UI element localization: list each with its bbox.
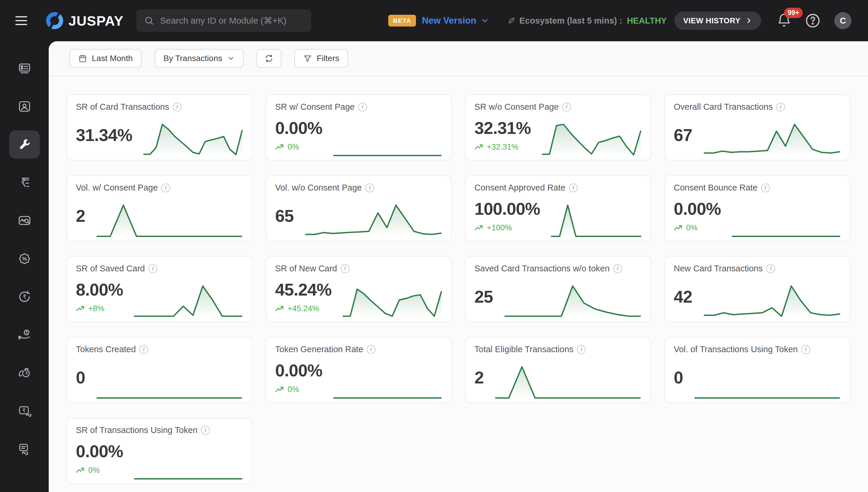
svg-text:₹: ₹: [22, 293, 26, 300]
info-icon[interactable]: i: [766, 264, 775, 273]
metric-card: SR of New Cardi45.24%+45.24%: [266, 256, 452, 322]
avatar[interactable]: C: [834, 12, 851, 29]
sidebar-item-customers[interactable]: [9, 92, 40, 121]
filter-icon: [303, 54, 312, 63]
metric-title: Vol. w/ Consent Page: [76, 183, 158, 193]
refresh-button[interactable]: [257, 49, 281, 68]
metric-delta: 0%: [275, 143, 322, 152]
global-search[interactable]: [136, 9, 311, 32]
sparkline-chart: [96, 201, 243, 239]
view-history-button[interactable]: VIEW HISTORY: [674, 11, 761, 30]
info-icon[interactable]: i: [139, 345, 148, 354]
info-icon[interactable]: i: [161, 183, 170, 192]
notifications-button[interactable]: 99+: [776, 13, 792, 29]
metric-value: 8.00%: [76, 280, 123, 299]
juspay-logo-icon: [46, 12, 63, 29]
metric-delta: 0%: [76, 466, 123, 475]
calendar-icon: [78, 54, 87, 63]
sidebar-item-tools[interactable]: [9, 130, 40, 159]
metric-delta: 0%: [674, 223, 721, 232]
info-icon[interactable]: i: [613, 264, 622, 273]
metric-delta: +45.24%: [275, 304, 332, 313]
filters-button[interactable]: Filters: [295, 49, 348, 68]
payouts-icon: ₹: [18, 328, 31, 342]
metric-card: New Card Transactionsi42: [664, 256, 850, 322]
sparkline-chart: [703, 121, 841, 158]
metric-delta: +100%: [474, 223, 540, 232]
metric-title: Vol. w/o Consent Page: [275, 183, 362, 193]
dashboard-icon: [18, 62, 31, 75]
info-icon[interactable]: i: [365, 183, 374, 192]
sidebar-item-offers[interactable]: %: [9, 245, 40, 273]
svg-text:₹: ₹: [25, 330, 28, 335]
sidebar-item-invoices[interactable]: [9, 168, 40, 197]
help-button[interactable]: [805, 13, 821, 29]
sidebar-item-payment-links[interactable]: ₹: [9, 397, 40, 425]
sparkline-chart: [504, 282, 641, 319]
sparkline-chart: [96, 363, 243, 400]
metric-title: SR of Card Transactions: [76, 102, 169, 112]
metric-card: SR of Saved Cardi8.00%+8%: [66, 256, 253, 322]
search-input[interactable]: [159, 15, 304, 26]
hamburger-menu-icon[interactable]: [15, 16, 27, 25]
metric-value: 100.00%: [474, 199, 540, 219]
group-by-dropdown[interactable]: By Transactions: [155, 49, 243, 68]
sidebar-item-reports-link[interactable]: [9, 435, 40, 463]
sidebar-item-analytics[interactable]: [9, 206, 40, 235]
metric-value: 0: [76, 368, 85, 387]
metric-card: SR w/o Consent Pagei32.31%+32.31%: [465, 94, 651, 161]
metric-title: Saved Card Transactions w/o token: [474, 264, 610, 273]
metric-card: Token Generation Ratei0.00%0%: [266, 337, 452, 403]
metric-delta-value: 0%: [686, 223, 698, 232]
info-icon[interactable]: i: [148, 264, 157, 273]
info-icon[interactable]: i: [577, 345, 586, 354]
info-icon[interactable]: i: [801, 345, 810, 354]
info-icon[interactable]: i: [569, 183, 578, 192]
info-icon[interactable]: i: [341, 264, 350, 273]
sparkline-chart: [694, 363, 841, 400]
metric-value: 65: [275, 206, 294, 226]
metric-card: Tokens Createdi0: [66, 337, 253, 403]
metric-card: Total Eligible Transactionsi2: [465, 337, 651, 403]
leaf-icon: [507, 16, 516, 25]
offers-icon: %: [18, 252, 31, 266]
sparkline-chart: [731, 201, 841, 239]
date-range-button[interactable]: Last Month: [69, 49, 142, 68]
metric-value: 45.24%: [275, 280, 332, 299]
metric-title: Total Eligible Transactions: [474, 345, 573, 354]
metric-delta-value: +32.31%: [487, 143, 518, 152]
info-icon[interactable]: i: [776, 103, 785, 112]
metric-value: 0.00%: [674, 199, 721, 219]
metric-delta-value: +45.24%: [287, 304, 319, 313]
settlements-icon: ₹: [18, 366, 31, 380]
info-icon[interactable]: i: [562, 103, 571, 112]
sidebar-nav: % ₹ ₹ ₹ ₹: [0, 41, 49, 492]
info-icon[interactable]: i: [761, 183, 770, 192]
refresh-icon: [264, 54, 274, 63]
sparkline-chart: [134, 444, 243, 481]
metric-delta-value: +8%: [88, 304, 104, 313]
info-icon[interactable]: i: [367, 345, 376, 354]
sparkline-chart: [541, 121, 641, 158]
info-icon[interactable]: i: [173, 103, 182, 112]
sparkline-chart: [143, 121, 243, 158]
sidebar-item-refunds[interactable]: ₹: [9, 282, 40, 311]
juspay-logo: JUSPAY: [46, 12, 123, 29]
trending-up-icon: [275, 305, 284, 312]
version-switcher[interactable]: New Version: [422, 15, 489, 26]
metric-title: Consent Approved Rate: [474, 183, 565, 193]
metric-delta-value: 0%: [287, 143, 299, 152]
metric-title: Tokens Created: [76, 345, 136, 354]
refunds-icon: ₹: [18, 290, 31, 304]
metric-value: 2: [474, 368, 484, 387]
sidebar-item-settlements[interactable]: ₹: [9, 359, 40, 387]
metric-title: SR w/ Consent Page: [275, 102, 355, 112]
trending-up-icon: [474, 224, 483, 231]
sidebar-item-payouts[interactable]: ₹: [9, 321, 40, 349]
info-icon[interactable]: i: [201, 426, 210, 435]
analytics-icon: [18, 214, 31, 228]
sidebar-item-dashboard[interactable]: [9, 54, 40, 82]
info-icon[interactable]: i: [358, 103, 367, 112]
metric-title: New Card Transactions: [674, 264, 763, 273]
metric-value: 32.31%: [474, 118, 531, 138]
